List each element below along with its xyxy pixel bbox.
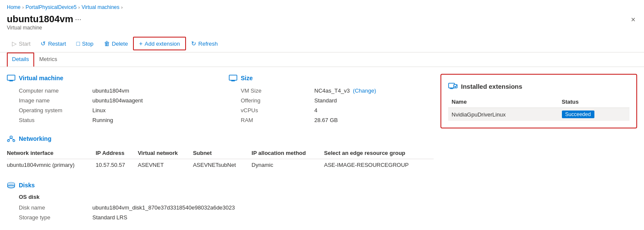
computer-name-value: ubuntu1804vm [92, 87, 212, 95]
breadcrumb-home[interactable]: Home [7, 4, 21, 10]
status-badge: Succeeded [562, 111, 594, 118]
svg-line-9 [9, 138, 11, 140]
start-button[interactable]: ▷ Start [7, 38, 35, 49]
extensions-table: Name Status NvidiaGpuDriverLinux Succeed… [448, 96, 629, 121]
os-value: Linux [92, 106, 212, 114]
size-section-icon [229, 74, 237, 82]
svg-point-8 [13, 140, 15, 142]
image-name-label: Image name [19, 96, 87, 105]
os-label: Operating system [19, 106, 87, 114]
offering-value: Standard [314, 96, 434, 105]
ext-status: Succeeded [558, 108, 629, 121]
th-subnet: Subnet [193, 147, 251, 159]
delete-button[interactable]: 🗑 Delete [99, 38, 133, 49]
vcpus-value: 4 [314, 106, 434, 114]
change-size-link[interactable]: (Change) [353, 87, 376, 94]
svg-rect-5 [230, 80, 236, 81]
more-options-icon[interactable]: ··· [75, 15, 81, 24]
disks-section: Disks OS disk Disk name ubuntu1804vm_dis… [7, 181, 434, 221]
th-ip-address: IP Address [96, 147, 138, 159]
networking-section-title: Networking [19, 135, 51, 142]
main-content: Virtual machine Computer name ubuntu1804… [0, 67, 644, 230]
th-ext-name: Name [448, 96, 558, 108]
add-extension-wrapper: + Add extension [133, 37, 186, 50]
disk-name-label: Disk name [19, 204, 87, 212]
th-virtual-network: Virtual network [138, 147, 193, 159]
th-ip-allocation: IP allocation method [251, 147, 324, 159]
size-props: VM Size NC4as_T4_v3 (Change) Offering St… [229, 87, 434, 124]
svg-point-7 [7, 140, 9, 142]
virtual-machine-section: Virtual machine Computer name ubuntu1804… [7, 74, 212, 124]
page-header: ubuntu1804vm ··· Virtual machine × [0, 12, 644, 35]
svg-rect-4 [231, 81, 235, 82]
add-icon: + [139, 40, 142, 47]
ext-panel-icon [448, 82, 458, 91]
storage-type-label: Storage type [19, 213, 87, 221]
breadcrumb-device[interactable]: PortalPhysicalDevice5 [26, 4, 77, 10]
svg-point-14 [8, 185, 15, 188]
th-ext-status: Status [558, 96, 629, 108]
disk-props: Disk name ubuntu1804vm_disk1_870e37d3318… [7, 204, 434, 221]
svg-rect-1 [9, 81, 13, 82]
refresh-icon: ↻ [191, 40, 196, 47]
installed-extensions-panel: Installed extensions Name Status NvidiaG… [440, 74, 637, 230]
os-disk-title: OS disk [7, 194, 434, 200]
svg-line-10 [11, 138, 14, 140]
ram-value: 28.67 GB [314, 116, 434, 124]
computer-name-label: Computer name [19, 87, 87, 95]
td-subnet: ASEVNETsubNet [193, 159, 251, 171]
tabs: Details Metrics [0, 52, 644, 67]
breadcrumb: Home › PortalPhysicalDevice5 › Virtual m… [0, 0, 644, 12]
svg-rect-3 [229, 75, 237, 80]
disks-icon [7, 181, 15, 189]
tab-details[interactable]: Details [7, 52, 34, 67]
td-virtual-network: ASEVNET [138, 159, 193, 171]
storage-type-value: Standard LRS [92, 213, 434, 221]
size-section-title: Size [241, 75, 253, 82]
disk-name-value: ubuntu1804vm_disk1_870e37d3318540e98032a… [92, 204, 434, 212]
delete-icon: 🗑 [104, 40, 110, 47]
th-resource-group: Select an edge resource group [324, 147, 434, 159]
ext-panel-title: Installed extensions [461, 83, 522, 90]
vm-size-label: VM Size [241, 87, 309, 95]
svg-rect-2 [9, 80, 14, 81]
svg-point-6 [10, 136, 12, 138]
ext-table-header: Name Status [448, 96, 629, 108]
td-network-interface: ubuntu1804vmnic (primary) [7, 159, 96, 171]
svg-rect-19 [449, 88, 454, 89]
network-table-row: ubuntu1804vmnic (primary) 10.57.50.57 AS… [7, 159, 434, 171]
disks-section-title: Disks [19, 182, 35, 189]
tab-metrics[interactable]: Metrics [34, 52, 62, 67]
breadcrumb-vms[interactable]: Virtual machines [82, 4, 120, 10]
networking-table: Network interface IP Address Virtual net… [7, 147, 434, 171]
vm-props: Computer name ubuntu1804vm Image name ub… [7, 87, 212, 124]
size-section: Size VM Size NC4as_T4_v3 (Change) Offeri… [229, 74, 434, 124]
offering-label: Offering [241, 96, 309, 105]
details-panel: Virtual machine Computer name ubuntu1804… [7, 74, 434, 230]
th-network-interface: Network interface [7, 147, 96, 159]
ext-name: NvidiaGpuDriverLinux [448, 108, 558, 121]
toolbar: ▷ Start ↺ Restart □ Stop 🗑 Delete + Add … [0, 35, 644, 52]
start-icon: ▷ [12, 40, 17, 47]
td-ip-address: 10.57.50.57 [96, 159, 138, 171]
stop-icon: □ [76, 40, 80, 47]
td-resource-group: ASE-IMAGE-RESOURCEGROUP [324, 159, 434, 171]
networking-section: Networking Network interface IP Address … [7, 134, 434, 171]
image-name-value: ubuntu1804waagent [92, 96, 212, 105]
status-label: Status [19, 116, 87, 124]
networking-icon [7, 134, 15, 143]
page-title: ubuntu1804vm [7, 14, 73, 25]
vm-size-value: NC4as_T4_v3 (Change) [314, 87, 434, 95]
restart-button[interactable]: ↺ Restart [35, 38, 71, 49]
restart-icon: ↺ [41, 40, 46, 47]
ram-label: RAM [241, 116, 309, 124]
ext-panel-container: Installed extensions Name Status NvidiaG… [440, 74, 637, 128]
network-table-header: Network interface IP Address Virtual net… [7, 147, 434, 159]
refresh-button[interactable]: ↻ Refresh [186, 38, 223, 49]
close-icon[interactable]: × [629, 14, 637, 26]
add-extension-button[interactable]: + Add extension [134, 38, 185, 49]
vm-size-row: Virtual machine Computer name ubuntu1804… [7, 74, 434, 134]
stop-button[interactable]: □ Stop [71, 38, 98, 49]
vm-section-title: Virtual machine [19, 75, 63, 82]
svg-rect-0 [7, 75, 15, 80]
